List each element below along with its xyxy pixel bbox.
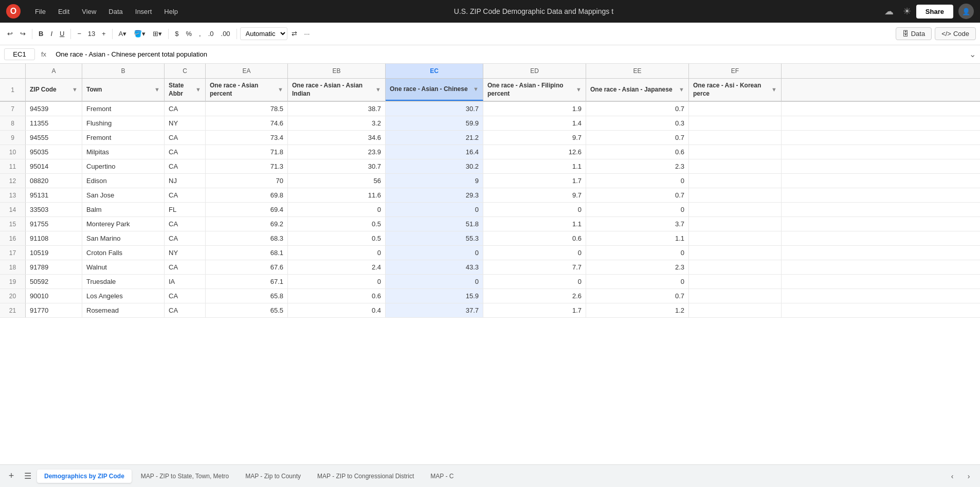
- cell-eb[interactable]: 11.6: [288, 188, 386, 202]
- cell-town[interactable]: Milpitas: [82, 145, 165, 159]
- borders-button[interactable]: ⊞▾: [150, 28, 165, 40]
- filter-town-icon[interactable]: ▼: [154, 86, 160, 93]
- cell-ec[interactable]: 51.8: [386, 217, 483, 231]
- cell-ef[interactable]: [689, 159, 782, 173]
- cell-ee[interactable]: 0.3: [586, 116, 689, 130]
- cell-eb[interactable]: 23.9: [288, 145, 386, 159]
- filter-eb-icon[interactable]: ▼: [375, 86, 381, 93]
- menu-insert[interactable]: Insert: [130, 6, 157, 17]
- col-header-eb[interactable]: EB: [288, 64, 386, 78]
- cell-state[interactable]: NY: [165, 246, 206, 260]
- col-header-ea[interactable]: EA: [206, 64, 288, 78]
- filter-ed-icon[interactable]: ▼: [576, 86, 582, 93]
- header-ee[interactable]: One race - Asian - Japanese ▼: [586, 79, 689, 101]
- cell-town[interactable]: Monterey Park: [82, 217, 165, 231]
- col-header-c[interactable]: C: [165, 64, 206, 78]
- cell-ef[interactable]: [689, 275, 782, 288]
- cell-zip[interactable]: 50592: [26, 275, 82, 288]
- cell-ee[interactable]: 0.7: [586, 188, 689, 202]
- tab-map-county[interactable]: MAP - Zip to County: [238, 470, 308, 483]
- cell-state[interactable]: FL: [165, 203, 206, 217]
- cell-ee[interactable]: 0.6: [586, 145, 689, 159]
- cell-eb[interactable]: 0: [288, 203, 386, 217]
- cell-ec[interactable]: 43.3: [386, 260, 483, 274]
- header-ec[interactable]: One race - Asian - Chinese ▼: [386, 79, 483, 101]
- col-header-b[interactable]: B: [82, 64, 165, 78]
- cell-eb[interactable]: 3.2: [288, 116, 386, 130]
- cell-zip[interactable]: 94555: [26, 131, 82, 145]
- col-header-a[interactable]: A: [26, 64, 82, 78]
- cell-ea[interactable]: 67.1: [206, 275, 288, 288]
- cell-ea[interactable]: 69.8: [206, 188, 288, 202]
- cell-ee[interactable]: 0.7: [586, 289, 689, 303]
- cell-ef[interactable]: [689, 289, 782, 303]
- cell-ee[interactable]: 1.2: [586, 303, 689, 317]
- redo-button[interactable]: ↪: [17, 28, 29, 40]
- cell-ee[interactable]: 0: [586, 203, 689, 217]
- col-header-ef[interactable]: EF: [689, 64, 782, 78]
- filter-zip-icon[interactable]: ▼: [72, 86, 78, 93]
- cell-eb[interactable]: 0.5: [288, 217, 386, 231]
- cell-ed[interactable]: 1.9: [483, 102, 586, 116]
- share-button[interactable]: Share: [916, 5, 953, 19]
- cell-town[interactable]: Balm: [82, 203, 165, 217]
- cell-ec[interactable]: 29.3: [386, 188, 483, 202]
- cell-ed[interactable]: 1.7: [483, 303, 586, 317]
- header-zip[interactable]: ZIP Code ▼: [26, 79, 82, 101]
- cell-ea[interactable]: 68.1: [206, 246, 288, 260]
- cell-state[interactable]: NY: [165, 116, 206, 130]
- header-town[interactable]: Town ▼: [82, 79, 165, 101]
- cell-zip[interactable]: 10519: [26, 246, 82, 260]
- menu-view[interactable]: View: [77, 6, 101, 17]
- cell-zip[interactable]: 94539: [26, 102, 82, 116]
- cell-ee[interactable]: 2.3: [586, 159, 689, 173]
- cell-zip[interactable]: 08820: [26, 174, 82, 188]
- cell-ea[interactable]: 65.5: [206, 303, 288, 317]
- col-header-ec[interactable]: EC: [386, 64, 483, 78]
- cell-reference[interactable]: [4, 48, 35, 60]
- menu-edit[interactable]: Edit: [53, 6, 75, 17]
- cell-state[interactable]: CA: [165, 131, 206, 145]
- filter-ee-icon[interactable]: ▼: [679, 86, 684, 93]
- cell-ea[interactable]: 74.6: [206, 116, 288, 130]
- cell-town[interactable]: Fremont: [82, 131, 165, 145]
- cell-ec[interactable]: 59.9: [386, 116, 483, 130]
- cell-town[interactable]: Rosemead: [82, 303, 165, 317]
- cell-ef[interactable]: [689, 231, 782, 245]
- formula-input[interactable]: [52, 49, 965, 60]
- cell-ec[interactable]: 30.2: [386, 159, 483, 173]
- cell-ec[interactable]: 9: [386, 174, 483, 188]
- tab-map-c[interactable]: MAP - C: [423, 470, 461, 483]
- cell-ec[interactable]: 0: [386, 275, 483, 288]
- cell-ef[interactable]: [689, 131, 782, 145]
- cell-zip[interactable]: 91789: [26, 260, 82, 274]
- cell-ef[interactable]: [689, 102, 782, 116]
- cell-eb[interactable]: 34.6: [288, 131, 386, 145]
- cell-zip[interactable]: 91755: [26, 217, 82, 231]
- cell-ef[interactable]: [689, 203, 782, 217]
- cell-state[interactable]: CA: [165, 231, 206, 245]
- cell-ee[interactable]: 0: [586, 174, 689, 188]
- tab-prev-button[interactable]: ‹: [945, 469, 959, 483]
- cell-state[interactable]: IA: [165, 275, 206, 288]
- cell-ed[interactable]: 0: [483, 246, 586, 260]
- cell-ea[interactable]: 71.8: [206, 145, 288, 159]
- cell-ea[interactable]: 65.8: [206, 289, 288, 303]
- tab-next-button[interactable]: ›: [961, 469, 976, 483]
- cell-ef[interactable]: [689, 217, 782, 231]
- header-ea[interactable]: One race - Asian percent ▼: [206, 79, 288, 101]
- decrease-decimal[interactable]: .0: [205, 28, 217, 40]
- cell-ed[interactable]: 12.6: [483, 145, 586, 159]
- cell-ef[interactable]: [689, 145, 782, 159]
- format-more-button[interactable]: ⇄: [288, 28, 300, 40]
- cell-zip[interactable]: 95131: [26, 188, 82, 202]
- cell-eb[interactable]: 0.5: [288, 231, 386, 245]
- cell-zip[interactable]: 91108: [26, 231, 82, 245]
- cell-eb[interactable]: 2.4: [288, 260, 386, 274]
- cell-ee[interactable]: 0.7: [586, 131, 689, 145]
- cell-ee[interactable]: 1.1: [586, 231, 689, 245]
- cell-state[interactable]: CA: [165, 289, 206, 303]
- cell-town[interactable]: Cupertino: [82, 159, 165, 173]
- cell-zip[interactable]: 33503: [26, 203, 82, 217]
- cell-ea[interactable]: 69.2: [206, 217, 288, 231]
